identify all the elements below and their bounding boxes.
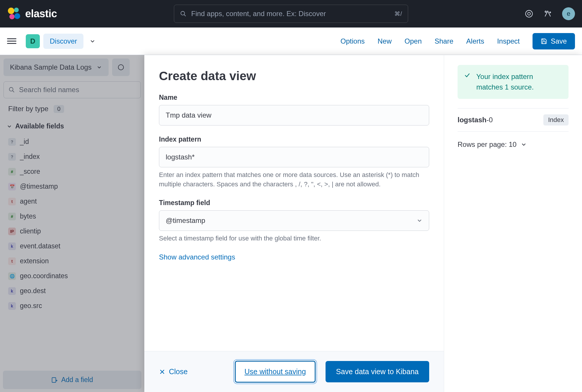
news-icon[interactable] [543, 9, 552, 18]
check-icon [464, 72, 470, 78]
flyout-footer: Close Use without saving Save data view … [144, 351, 444, 392]
svg-point-2 [9, 14, 15, 19]
svg-point-6 [525, 10, 532, 17]
search-placeholder: Find apps, content, and more. Ex: Discov… [191, 10, 390, 18]
flyout-title: Create data view [159, 69, 429, 83]
flyout-form: Create data view Name Index pattern Ente… [144, 55, 444, 392]
chevron-down-icon[interactable] [89, 38, 96, 44]
breadcrumb-app[interactable]: Discover [43, 34, 83, 49]
open-link[interactable]: Open [405, 37, 422, 45]
chevron-down-icon [416, 217, 423, 224]
save-data-view-button[interactable]: Save data view to Kibana [326, 361, 429, 382]
timestamp-label: Timestamp field [159, 199, 429, 207]
share-link[interactable]: Share [435, 37, 453, 45]
global-header: elastic Find apps, content, and more. Ex… [0, 0, 582, 27]
create-data-view-flyout: Create data view Name Index pattern Ente… [144, 55, 582, 392]
svg-line-5 [184, 15, 186, 16]
svg-point-9 [550, 12, 551, 13]
inspect-link[interactable]: Inspect [497, 37, 520, 45]
rows-per-page[interactable]: Rows per page: 10 [458, 140, 569, 149]
use-without-saving-button[interactable]: Use without saving [235, 361, 316, 383]
svg-point-4 [181, 11, 185, 15]
help-icon[interactable] [525, 9, 533, 18]
svg-point-0 [8, 8, 14, 14]
alerts-link[interactable]: Alerts [466, 37, 484, 45]
new-link[interactable]: New [378, 37, 392, 45]
index-badge: Index [543, 114, 569, 125]
name-label: Name [159, 94, 429, 102]
matched-source-name: logstash-0 [458, 116, 493, 124]
toolbar-links: Options New Open Share Alerts Inspect Sa… [340, 33, 575, 49]
match-callout: Your index pattern matches 1 source. [458, 65, 569, 99]
svg-point-8 [545, 11, 547, 13]
menu-toggle-icon[interactable] [7, 38, 16, 44]
name-input[interactable] [159, 105, 429, 125]
search-icon [180, 11, 186, 17]
elastic-logo-icon [7, 7, 21, 21]
brand-name: elastic [25, 8, 57, 20]
options-link[interactable]: Options [340, 37, 365, 45]
user-avatar[interactable]: e [562, 7, 575, 20]
index-pattern-help: Enter an index pattern that matches one … [159, 170, 429, 189]
svg-point-1 [14, 8, 19, 12]
global-search-input[interactable]: Find apps, content, and more. Ex: Discov… [174, 5, 408, 23]
app-badge[interactable]: D [26, 34, 40, 48]
matched-source-row: logstash-0 Index [458, 108, 569, 132]
timestamp-select[interactable] [159, 210, 429, 231]
brand-logo[interactable]: elastic [7, 7, 57, 21]
flyout-preview: Your index pattern matches 1 source. log… [444, 55, 582, 392]
advanced-settings-link[interactable]: Show advanced settings [159, 253, 235, 261]
index-pattern-label: Index pattern [159, 135, 429, 143]
header-right: e [525, 7, 575, 20]
chevron-down-icon [521, 141, 527, 148]
search-shortcut: ⌘/ [394, 10, 402, 17]
save-button[interactable]: Save [533, 33, 575, 49]
timestamp-help: Select a timestamp field for use with th… [159, 234, 429, 243]
close-icon [159, 369, 165, 375]
close-button[interactable]: Close [159, 367, 188, 376]
svg-point-3 [14, 13, 20, 19]
svg-point-7 [528, 12, 530, 15]
index-pattern-input[interactable] [159, 147, 429, 167]
app-toolbar: D Discover Options New Open Share Alerts… [0, 27, 582, 55]
